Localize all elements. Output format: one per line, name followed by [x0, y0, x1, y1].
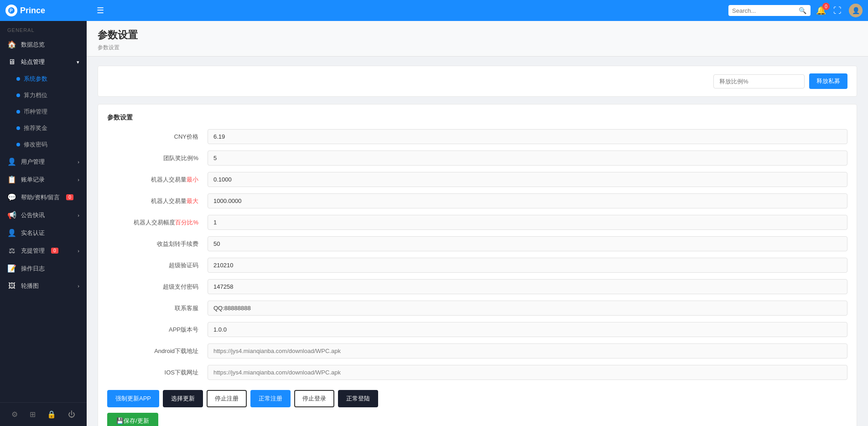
main-layout: GENERAL 🏠 数据总览 🖥 站点管理 ▾ 系统参数 算力档位 币种管理 — [0, 21, 868, 426]
chevron-right-icon: › — [78, 159, 79, 165]
arrow-recharge: › — [78, 248, 79, 254]
normal-login-button[interactable]: 正常登陆 — [338, 390, 378, 407]
app-name: Prince — [20, 6, 45, 16]
param-input-cny[interactable] — [208, 129, 847, 144]
params-section-title: 参数设置 — [107, 114, 847, 122]
sidebar-submenu-site-mgmt: 系统参数 算力档位 币种管理 推荐奖金 修改密码 — [0, 71, 87, 153]
param-input-ios-url[interactable] — [208, 365, 847, 380]
settings-button[interactable]: ⚙ — [8, 408, 21, 421]
search-icon[interactable]: 🔍 — [799, 7, 806, 14]
monitor-icon: 🖥 — [7, 58, 16, 66]
release-section: 释放私募 — [98, 66, 857, 97]
log-icon: 📝 — [7, 264, 16, 273]
sidebar-subitem-hashrate[interactable]: 算力档位 — [0, 87, 87, 104]
sidebar-item-announcements[interactable]: 📢 公告快讯 › — [0, 206, 87, 224]
sidebar-item-user-mgmt[interactable]: 👤 用户管理 › — [0, 153, 87, 171]
sidebar-item-account-records-label: 账单记录 — [21, 176, 45, 184]
param-label-team-ratio: 团队奖比例% — [107, 154, 208, 162]
subitem-referral-label: 推荐奖金 — [24, 124, 47, 132]
page-title: 参数设置 — [98, 28, 857, 42]
arrow-account: › — [78, 177, 79, 182]
grid-button[interactable]: ⊞ — [26, 408, 39, 421]
sidebar-item-real-name-label: 实名认证 — [21, 229, 45, 237]
logo-icon: P — [5, 5, 17, 16]
param-label-ios-url: IOS下载网址 — [107, 369, 208, 377]
param-row-transfer-fee: 收益划转手续费 — [107, 236, 847, 251]
param-row-super-pay-pwd: 超级支付密码 — [107, 279, 847, 294]
param-row-app-version: APP版本号 — [107, 322, 847, 337]
param-input-robot-max[interactable] — [208, 193, 847, 208]
carousel-icon: 🖼 — [7, 282, 16, 290]
param-input-robot-pct[interactable] — [208, 215, 847, 230]
param-input-customer-service[interactable] — [208, 301, 847, 316]
choose-update-button[interactable]: 选择更新 — [163, 390, 203, 407]
sidebar-item-real-name[interactable]: 👤 实名认证 — [0, 224, 87, 242]
param-row-team-ratio: 团队奖比例% — [107, 151, 847, 166]
sidebar-item-dashboard-label: 数据总览 — [21, 41, 45, 49]
sidebar-item-help[interactable]: 💬 帮助/资料/留言 0 — [0, 188, 87, 206]
lock-button[interactable]: 🔒 — [43, 408, 60, 421]
normal-register-button[interactable]: 正常注册 — [250, 390, 291, 407]
param-row-robot-max: 机器人交易量最大 — [107, 193, 847, 208]
param-input-android-url[interactable] — [208, 343, 847, 358]
recharge-badge: 0 — [51, 248, 58, 254]
content-body: 释放私募 参数设置 CNY价格 团队奖比例% — [87, 57, 868, 426]
sidebar-item-recharge[interactable]: ⚖ 充提管理 0 › — [0, 242, 87, 260]
sidebar-subitem-system-params[interactable]: 系统参数 — [0, 71, 87, 87]
sidebar-item-recharge-label: 充提管理 — [21, 247, 45, 255]
force-update-button[interactable]: 强制更新APP — [107, 390, 159, 407]
sidebar-item-help-label: 帮助/资料/留言 — [21, 193, 60, 202]
arrow-carousel: › — [78, 283, 79, 289]
sidebar-item-site-mgmt[interactable]: 🖥 站点管理 ▾ — [0, 53, 87, 71]
release-ratio-input[interactable] — [713, 74, 805, 88]
param-input-transfer-fee[interactable] — [208, 236, 847, 251]
sidebar-subitem-change-password[interactable]: 修改密码 — [0, 136, 87, 153]
param-label-robot-pct: 机器人交易幅度百分比% — [107, 218, 208, 227]
topbar-icons: 🔔 0 ⛶ 👤 — [816, 4, 863, 17]
avatar[interactable]: 👤 — [849, 4, 863, 17]
dot-currency — [16, 110, 20, 114]
hamburger-button[interactable]: ☰ — [93, 4, 108, 17]
power-button[interactable]: ⏻ — [64, 409, 79, 421]
param-label-customer-service: 联系客服 — [107, 304, 208, 312]
param-label-robot-max: 机器人交易量最大 — [107, 197, 208, 205]
stop-register-button[interactable]: 停止注册 — [207, 390, 247, 407]
param-label-app-version: APP版本号 — [107, 326, 208, 334]
chevron-down-icon: ▾ — [77, 59, 79, 65]
dashboard-icon: 🏠 — [7, 40, 16, 49]
subitem-currency-label: 币种管理 — [24, 108, 47, 116]
param-label-android-url: Android下载地址 — [107, 347, 208, 355]
notification-button[interactable]: 🔔 0 — [816, 5, 826, 16]
sidebar-item-announcements-label: 公告快讯 — [21, 211, 45, 219]
param-input-super-pay-pwd[interactable] — [208, 279, 847, 294]
breadcrumb: 参数设置 — [98, 44, 857, 52]
stop-login-button[interactable]: 停止登录 — [294, 390, 334, 407]
notification-badge: 0 — [822, 3, 830, 10]
param-input-team-ratio[interactable] — [208, 151, 847, 166]
sidebar-section-label: GENERAL — [0, 21, 87, 36]
sidebar-subitem-referral[interactable]: 推荐奖金 — [0, 120, 87, 136]
sidebar-item-operation-log-label: 操作日志 — [21, 265, 45, 273]
user-mgmt-icon: 👤 — [7, 157, 16, 166]
fullscreen-button[interactable]: ⛶ — [833, 6, 842, 16]
param-input-robot-min[interactable] — [208, 172, 847, 187]
page-header: 参数设置 参数设置 — [87, 21, 868, 57]
save-update-button[interactable]: 💾保存/更新 — [107, 413, 158, 426]
param-input-super-verify[interactable] — [208, 258, 847, 273]
sidebar-subitem-currency[interactable]: 币种管理 — [0, 104, 87, 120]
sidebar-item-carousel[interactable]: 🖼 轮播图 › — [0, 277, 87, 295]
sidebar-item-site-mgmt-label: 站点管理 — [21, 58, 45, 66]
release-private-button[interactable]: 释放私募 — [809, 73, 847, 89]
subitem-change-password-label: 修改密码 — [24, 140, 47, 149]
realname-icon: 👤 — [7, 229, 16, 237]
sidebar-item-operation-log[interactable]: 📝 操作日志 — [0, 260, 87, 277]
search-input[interactable] — [732, 7, 796, 14]
sidebar-bottom: ⚙ ⊞ 🔒 ⏻ — [0, 402, 87, 426]
param-input-app-version[interactable] — [208, 322, 847, 337]
account-icon: 📋 — [7, 175, 16, 184]
help-badge: 0 — [66, 194, 73, 200]
sidebar-item-account-records[interactable]: 📋 账单记录 › — [0, 171, 87, 188]
arrow-announce: › — [78, 213, 79, 218]
sidebar-item-dashboard[interactable]: 🏠 数据总览 — [0, 36, 87, 53]
search-box: 🔍 — [728, 5, 811, 16]
